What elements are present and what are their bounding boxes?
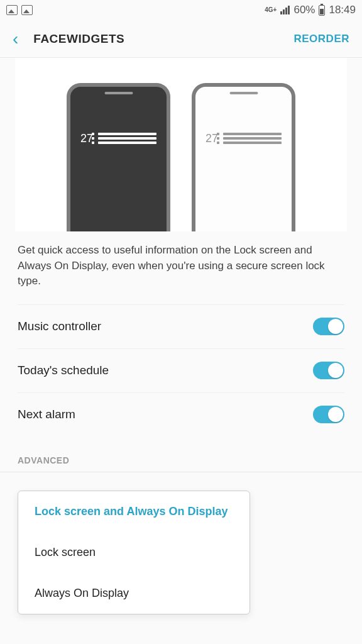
app-header: ‹ FACEWIDGETS REORDER: [0, 20, 362, 58]
description-text: Get quick access to useful information o…: [0, 231, 362, 304]
preview-area: 27 27: [15, 58, 347, 231]
toggle-switch[interactable]: [313, 362, 344, 379]
status-right: 4G+ 60% 18:49: [265, 4, 356, 16]
widget-lines-icon: [223, 131, 282, 146]
widget-row: 27: [206, 131, 282, 146]
status-bar: 4G+ 60% 18:49: [0, 0, 362, 20]
toggle-switch[interactable]: [313, 406, 344, 423]
toggle-label: Next alarm: [18, 408, 75, 421]
popup-option-lock[interactable]: Lock screen: [18, 532, 250, 573]
reorder-button[interactable]: REORDER: [293, 33, 349, 45]
toggle-row-schedule[interactable]: Today's schedule: [18, 348, 344, 392]
widget-lines-icon: [98, 131, 156, 146]
popup-option-aod[interactable]: Always On Display: [18, 573, 250, 614]
status-left: [6, 5, 33, 15]
phone-mock-dark: 27: [67, 83, 170, 231]
picture-icon: [6, 5, 18, 15]
page-title: FACEWIDGETS: [33, 32, 293, 46]
widget-row: 27: [80, 131, 156, 146]
popup-option-lock-aod[interactable]: Lock screen and Always On Display: [18, 491, 250, 532]
widget-number: 27: [80, 132, 93, 145]
battery-icon: [319, 5, 325, 16]
picture-icon: [21, 5, 33, 15]
widget-number: 27: [206, 132, 218, 145]
dropdown-popup: Lock screen and Always On Display Lock s…: [18, 491, 250, 614]
network-type: 4G+: [265, 7, 277, 13]
toggle-switch[interactable]: [313, 318, 344, 335]
back-button[interactable]: ‹: [13, 29, 18, 49]
section-header-advanced: ADVANCED: [0, 436, 362, 472]
toggle-list: Music controller Today's schedule Next a…: [0, 304, 362, 436]
signal-icon: [280, 6, 290, 14]
toggle-label: Today's schedule: [18, 364, 109, 377]
battery-pct: 60%: [293, 4, 315, 16]
toggle-label: Music controller: [18, 319, 101, 333]
clock: 18:49: [329, 4, 356, 16]
toggle-row-music[interactable]: Music controller: [18, 304, 344, 348]
phone-mock-light: 27: [192, 83, 295, 231]
toggle-row-alarm[interactable]: Next alarm: [18, 392, 344, 436]
